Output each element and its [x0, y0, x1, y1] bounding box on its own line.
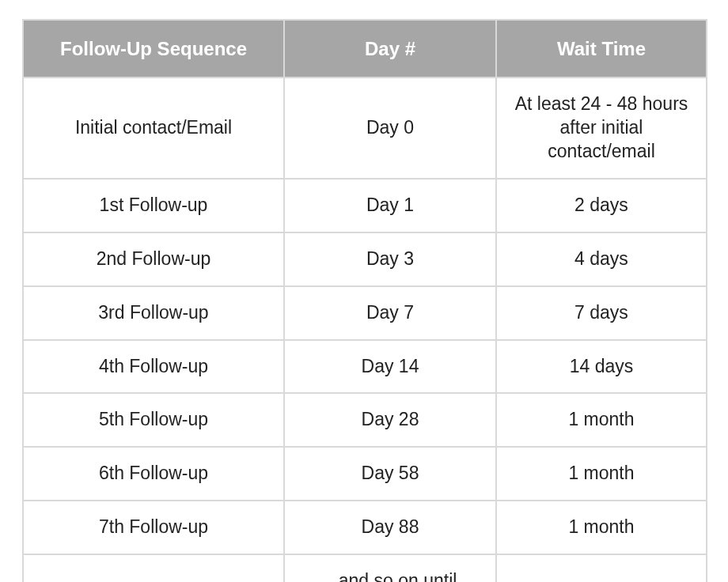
header-day: Day #: [284, 20, 496, 77]
table-row: 6th Follow-up Day 58 1 month: [23, 447, 707, 501]
header-sequence: Follow-Up Sequence: [23, 20, 284, 77]
followup-table: Follow-Up Sequence Day # Wait Time Initi…: [22, 19, 707, 582]
table-header-row: Follow-Up Sequence Day # Wait Time: [23, 20, 707, 77]
cell-sequence: 7th Follow-up: [23, 501, 284, 554]
table-row: 4th Follow-up Day 14 14 days: [23, 340, 707, 394]
table-row: 7th Follow-up Day 88 1 month: [23, 501, 707, 554]
table-row: 3rd Follow-up Day 7 7 days: [23, 286, 707, 340]
cell-day: Day 58: [284, 447, 496, 501]
table-row: 1st Follow-up Day 1 2 days: [23, 179, 707, 232]
cell-wait: 14 days: [496, 340, 707, 394]
cell-wait: 1 month: [496, 393, 707, 447]
table-row: 5th Follow-up Day 28 1 month: [23, 393, 707, 447]
cell-day: Day 14: [284, 340, 496, 394]
cell-day: Day 0: [284, 77, 496, 179]
header-wait: Wait Time: [496, 20, 707, 77]
cell-sequence: Initial contact/Email: [23, 77, 284, 179]
cell-wait: 2 days: [496, 179, 707, 232]
cell-wait: 4 days: [496, 232, 707, 286]
cell-sequence: 2nd Follow-up: [23, 232, 284, 286]
cell-sequence: 6th Follow-up: [23, 447, 284, 501]
cell-day: Day 3: [284, 232, 496, 286]
cell-day: Day 1: [284, 179, 496, 232]
cell-wait: 7 days: [496, 286, 707, 340]
cell-day: .. and so on until recipient responds: [284, 554, 496, 582]
table-row: 2nd Follow-up Day 3 4 days: [23, 232, 707, 286]
cell-sequence: 3rd Follow-up: [23, 286, 284, 340]
cell-day: Day 7: [284, 286, 496, 340]
cell-wait: At least 24 - 48 hours after initial con…: [496, 77, 707, 179]
cell-sequence: 5th Follow-up: [23, 393, 284, 447]
table-row: Initial contact/Email Day 0 At least 24 …: [23, 77, 707, 179]
cell-wait: 1 month: [496, 447, 707, 501]
cell-day: Day 88: [284, 501, 496, 554]
cell-wait: 1 month: [496, 554, 707, 582]
table-row: nth Follow-up .. and so on until recipie…: [23, 554, 707, 582]
cell-sequence: 4th Follow-up: [23, 340, 284, 394]
cell-day: Day 28: [284, 393, 496, 447]
cell-wait: 1 month: [496, 501, 707, 554]
cell-sequence: 1st Follow-up: [23, 179, 284, 232]
cell-sequence: nth Follow-up: [23, 554, 284, 582]
